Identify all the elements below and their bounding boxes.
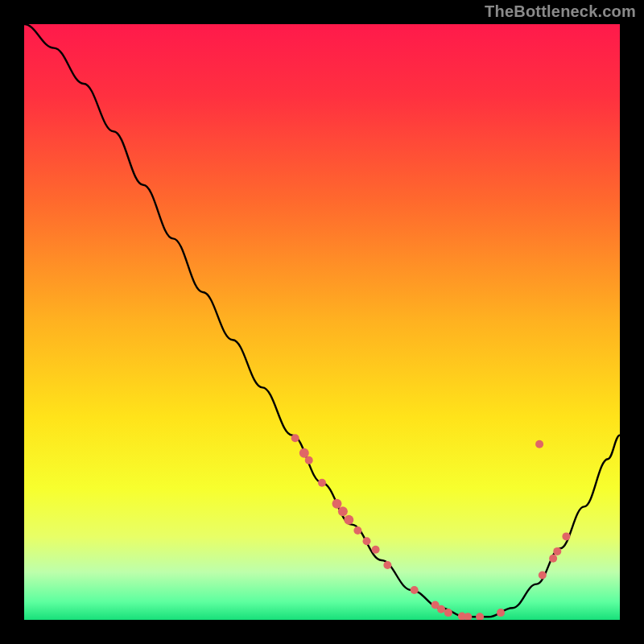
data-marker: [437, 605, 445, 613]
data-marker: [562, 532, 570, 540]
data-marker: [539, 572, 547, 580]
data-marker: [291, 434, 299, 442]
data-marker: [553, 547, 561, 555]
data-marker: [549, 555, 557, 563]
data-marker: [363, 537, 371, 545]
data-marker: [305, 456, 313, 464]
data-marker: [353, 526, 361, 535]
data-marker: [318, 479, 326, 487]
data-marker: [444, 609, 452, 617]
data-marker: [411, 586, 419, 594]
data-marker: [332, 499, 342, 509]
chart-svg: [0, 0, 644, 644]
plot-background: [24, 24, 620, 620]
data-marker: [535, 440, 543, 448]
data-marker: [338, 506, 348, 516]
data-marker: [383, 561, 391, 569]
chart-stage: TheBottleneck.com: [0, 0, 644, 644]
data-marker: [372, 546, 380, 554]
data-marker: [464, 613, 472, 621]
data-marker: [344, 515, 353, 525]
data-marker: [476, 613, 484, 621]
data-marker: [497, 609, 505, 617]
